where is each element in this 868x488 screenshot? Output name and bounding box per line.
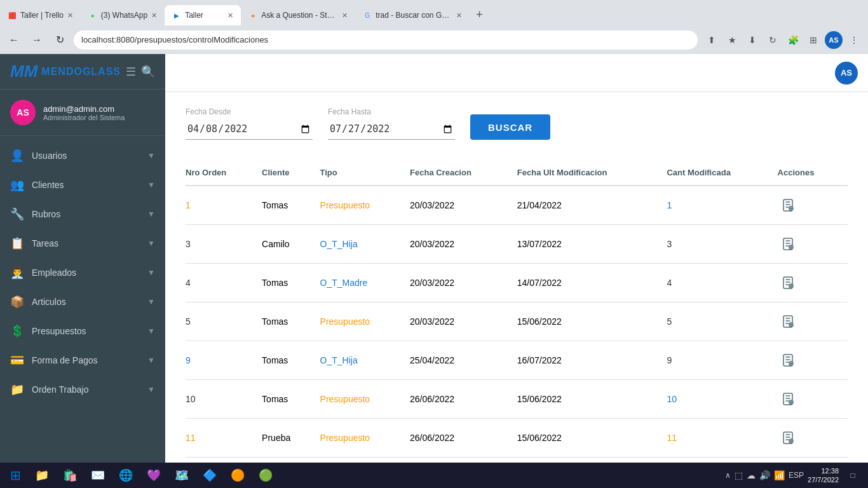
tipo-link[interactable]: Presupuesto bbox=[320, 433, 370, 443]
cell-acciones bbox=[778, 380, 848, 419]
browser-profile-avatar[interactable]: AS bbox=[825, 31, 843, 49]
cell-nro: 10 bbox=[186, 380, 262, 419]
table-row: 10 Tomas Presupuesto 26/06/2022 15/06/20… bbox=[186, 380, 848, 419]
tab-close-whatsapp[interactable]: ✕ bbox=[151, 11, 157, 20]
table-row: 9 Tomas O_T_Hija 25/04/2022 16/07/2022 9 bbox=[186, 341, 848, 380]
cant-link[interactable]: 1 bbox=[667, 200, 672, 210]
tray-wifi-icon[interactable]: 🔊 bbox=[759, 470, 770, 480]
cell-cliente: Tomas bbox=[262, 302, 320, 341]
split-view-icon[interactable]: ⊞ bbox=[804, 31, 822, 49]
tab-whatsapp[interactable]: ● (3) WhatsApp ✕ bbox=[81, 5, 165, 25]
sidebar-item-orden-trabajo[interactable]: 📁 Orden Trabajo ▼ bbox=[0, 375, 165, 404]
cell-cant: 1 bbox=[667, 186, 777, 225]
taskbar-clock[interactable]: 12:38 27/7/2022 bbox=[808, 466, 839, 485]
cell-fecha-creacion: 26/06/2022 bbox=[410, 380, 517, 419]
extensions-icon[interactable]: 🧩 bbox=[784, 31, 802, 49]
taskbar-visual-studio[interactable]: 💜 bbox=[142, 465, 166, 485]
tipo-link[interactable]: Presupuesto bbox=[320, 200, 370, 210]
start-button[interactable]: ⊞ bbox=[5, 465, 26, 485]
action-icon-detail[interactable] bbox=[778, 350, 798, 370]
tipo-link[interactable]: O_T_Madre bbox=[320, 278, 368, 288]
cant-link[interactable]: 3 bbox=[667, 239, 672, 249]
tipo-link[interactable]: O_T_Hija bbox=[320, 355, 358, 365]
buscar-button[interactable]: BUSCAR bbox=[470, 114, 550, 140]
fecha-hasta-label: Fecha Hasta bbox=[328, 107, 455, 116]
tab-close-taller[interactable]: ✕ bbox=[227, 11, 233, 20]
cant-link[interactable]: 4 bbox=[667, 278, 672, 288]
action-icon-detail[interactable] bbox=[778, 311, 798, 332]
cant-link[interactable]: 5 bbox=[667, 316, 672, 327]
cant-link[interactable]: 10 bbox=[667, 394, 677, 404]
taskbar-file-explorer[interactable]: 📁 bbox=[30, 465, 54, 485]
taskbar-app-orange[interactable]: 🟠 bbox=[226, 465, 250, 485]
action-icon-detail[interactable] bbox=[778, 234, 798, 254]
tray-tablet-icon[interactable]: ⬚ bbox=[735, 470, 743, 480]
nro-link[interactable]: 9 bbox=[186, 355, 191, 365]
sidebar-item-empleados[interactable]: 👨‍💼 Empleados ▼ bbox=[0, 258, 165, 287]
tab-taller[interactable]: ▶ Taller ✕ bbox=[165, 5, 241, 25]
nro-link[interactable]: 5 bbox=[186, 316, 191, 327]
taskbar-app-green[interactable]: 🟢 bbox=[254, 465, 278, 485]
nro-link[interactable]: 11 bbox=[186, 433, 196, 443]
browser-menu-icon[interactable]: ⋮ bbox=[845, 31, 863, 49]
sidebar-menu-icon[interactable]: ☰ bbox=[126, 65, 136, 79]
sidebar-user-info: admin@admin.com Administrador del Sistem… bbox=[43, 104, 155, 121]
new-tab-button[interactable]: + bbox=[470, 4, 489, 25]
table-body: 1 Tomas Presupuesto 20/03/2022 21/04/202… bbox=[186, 186, 848, 457]
sidebar-item-forma-pagos[interactable]: 💳 Forma de Pagos ▼ bbox=[0, 346, 165, 375]
table-row: 11 Prueba Presupuesto 26/06/2022 15/06/2… bbox=[186, 419, 848, 458]
tab-close-trello[interactable]: ✕ bbox=[67, 11, 73, 20]
action-icon-detail[interactable] bbox=[778, 195, 798, 215]
taskbar-mail[interactable]: ✉️ bbox=[86, 465, 110, 485]
taskbar-maps[interactable]: 🗺️ bbox=[170, 465, 194, 485]
sidebar-item-clientes[interactable]: 👥 Clientes ▼ bbox=[0, 170, 165, 200]
action-icon-detail[interactable] bbox=[778, 389, 798, 409]
fecha-hasta-input[interactable] bbox=[328, 119, 455, 140]
sidebar-item-usuarios[interactable]: 👤 Usuarios ▼ bbox=[0, 141, 165, 170]
tipo-link[interactable]: Presupuesto bbox=[320, 316, 370, 327]
sidebar-item-tareas[interactable]: 📋 Tareas ▼ bbox=[0, 229, 165, 258]
nro-link[interactable]: 4 bbox=[186, 278, 191, 288]
sidebar-item-presupuestos[interactable]: 💲 Presupuestos ▼ bbox=[0, 316, 165, 346]
cell-tipo: O_T_Hija bbox=[320, 341, 410, 380]
taskbar-chrome[interactable]: 🌐 bbox=[114, 465, 138, 485]
sidebar-item-rubros[interactable]: 🔧 Rubros ▼ bbox=[0, 200, 165, 229]
tab-favicon-whatsapp: ● bbox=[88, 11, 97, 20]
download-icon[interactable]: ⬇ bbox=[743, 31, 761, 49]
cant-link[interactable]: 11 bbox=[667, 433, 677, 443]
tab-taller-trello[interactable]: 🟥 Taller | Trello ✕ bbox=[0, 5, 81, 25]
tray-cloud-icon[interactable]: ☁ bbox=[747, 470, 756, 480]
nro-link[interactable]: 10 bbox=[186, 394, 196, 404]
tipo-link[interactable]: Presupuesto bbox=[320, 394, 370, 404]
bookmark-icon[interactable]: ★ bbox=[723, 31, 741, 49]
table-row: 4 Tomas O_T_Madre 20/03/2022 14/07/2022 … bbox=[186, 264, 848, 302]
share-icon[interactable]: ⬆ bbox=[703, 31, 721, 49]
back-button[interactable]: ← bbox=[5, 31, 23, 49]
app-layout: MM MENDOGLASS ☰ 🔍 AS admin@admin.com Adm… bbox=[0, 54, 868, 463]
tab-google[interactable]: G trad - Buscar con Google ✕ bbox=[355, 5, 470, 25]
nro-link[interactable]: 1 bbox=[186, 200, 191, 210]
fecha-hasta-field: Fecha Hasta bbox=[328, 107, 455, 140]
tab-stackoverflow[interactable]: ● Ask a Question - Stack Overfl... ✕ bbox=[241, 5, 355, 25]
refresh-button[interactable]: ↻ bbox=[51, 31, 69, 49]
show-desktop-button[interactable]: □ bbox=[843, 465, 863, 485]
tipo-link[interactable]: O_T_Hija bbox=[320, 239, 358, 249]
taskbar-vscode[interactable]: 🔷 bbox=[198, 465, 222, 485]
top-avatar[interactable]: AS bbox=[835, 62, 858, 85]
tab-close-stackoverflow[interactable]: ✕ bbox=[342, 11, 348, 20]
nro-link[interactable]: 3 bbox=[186, 239, 191, 249]
fecha-desde-input[interactable] bbox=[186, 119, 313, 140]
tab-close-google[interactable]: ✕ bbox=[456, 11, 462, 20]
cell-tipo: Presupuesto bbox=[320, 419, 410, 458]
action-icon-detail[interactable] bbox=[778, 273, 798, 293]
tray-expand-icon[interactable]: ∧ bbox=[725, 471, 731, 480]
tray-volume-icon[interactable]: 📶 bbox=[774, 470, 785, 480]
sync-icon[interactable]: ↻ bbox=[764, 31, 782, 49]
cant-link[interactable]: 9 bbox=[667, 355, 672, 365]
url-input[interactable] bbox=[74, 30, 698, 50]
taskbar-store[interactable]: 🛍️ bbox=[58, 465, 82, 485]
sidebar-item-articulos[interactable]: 📦 Articulos ▼ bbox=[0, 287, 165, 316]
sidebar-search-icon[interactable]: 🔍 bbox=[141, 65, 155, 79]
forward-button[interactable]: → bbox=[28, 31, 46, 49]
action-icon-detail[interactable] bbox=[778, 428, 798, 448]
